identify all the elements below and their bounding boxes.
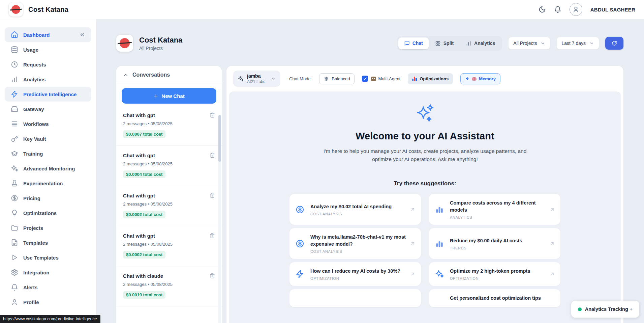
suggestion-card[interactable]: Compare costs across my 4 different mode…	[429, 194, 560, 225]
sidebar-item-experimentation[interactable]: Experimentation	[5, 176, 91, 191]
tab-chat[interactable]: Chat	[398, 37, 429, 49]
memory-button[interactable]: Memory	[460, 73, 500, 84]
main-content: Cost Katana All Projects Chat Split Anal…	[96, 19, 644, 323]
conversation-list-item[interactable]: Chat with gpt 2 messages • 05/08/2025 $0…	[116, 186, 222, 226]
trash-icon[interactable]	[210, 193, 215, 198]
arrow-up-right-icon	[549, 207, 555, 212]
model-selector[interactable]: jamba AI21 Labs	[233, 71, 280, 87]
notifications-bell-icon[interactable]	[554, 6, 561, 13]
chat-welcome-area: Welcome to your AI Assistant I'm here to…	[229, 91, 621, 323]
suggestion-card[interactable]: How can I reduce my AI costs by 30%? OPT…	[289, 262, 421, 286]
optimizations-button[interactable]: Optimizations	[408, 73, 453, 84]
new-chat-button[interactable]: New Chat	[122, 88, 216, 104]
suggestion-card[interactable]: Optimize my 2 high-token prompts OPTIMIZ…	[429, 262, 560, 286]
link-preview-statusbar: https://www.costkatana.com/predictive-in…	[0, 315, 100, 323]
sidebar-item-dashboard[interactable]: Dashboard	[5, 27, 91, 42]
key-icon	[11, 135, 18, 142]
suggestion-card[interactable]: Reduce my $0.00 daily AI costs TRENDS	[429, 228, 560, 259]
brand: Cost Katana	[9, 2, 68, 17]
graduation-cap-icon	[11, 150, 18, 157]
sidebar-item-workflows[interactable]: Workflows	[5, 116, 91, 131]
suggestion-card[interactable]: Why is meta.llama2-70b-chat-v1 my most e…	[289, 228, 421, 259]
dark-mode-moon-icon[interactable]	[539, 6, 546, 13]
view-tab-group: Chat Split Analytics	[397, 36, 502, 51]
conversation-meta: 2 messages • 05/08/2025	[123, 161, 215, 166]
user-name[interactable]: ABDUL SAGHEER	[590, 7, 635, 12]
app-logo	[9, 2, 23, 17]
zap-icon	[296, 270, 304, 278]
sidebar-item-pricing[interactable]: Pricing	[5, 191, 91, 206]
arrow-up-right-icon	[410, 271, 416, 277]
sidebar-item-alerts[interactable]: Alerts	[5, 280, 91, 295]
suggestion-card[interactable]: Analyze my $0.02 total AI spending COST …	[289, 194, 421, 225]
scrollbar-thumb[interactable]	[218, 115, 221, 162]
sidebar-item-templates[interactable]: Templates	[5, 235, 91, 250]
bar-chart-icon	[435, 205, 444, 214]
collapse-sidebar-icon[interactable]	[79, 32, 85, 38]
sidebar-item-analytics[interactable]: Analytics	[5, 72, 91, 87]
tab-split[interactable]: Split	[429, 37, 459, 49]
sidebar-item-advanced-monitoring[interactable]: Advanced Monitoring	[5, 161, 91, 176]
sidebar-item-projects[interactable]: Projects	[5, 220, 91, 235]
refresh-button[interactable]	[605, 37, 623, 50]
project-filter-select[interactable]: All Projects	[508, 37, 550, 50]
sidebar-item-requests[interactable]: Requests	[5, 57, 91, 72]
gear-icon	[11, 269, 18, 276]
analytics-tracking-badge[interactable]: Analytics Tracking +	[571, 301, 639, 318]
sidebar-item-key-vault[interactable]: Key Vault	[5, 131, 91, 146]
sidebar-item-integration[interactable]: Integration	[5, 265, 91, 280]
page-subtitle: All Projects	[139, 46, 182, 51]
welcome-title: Welcome to your AI Assistant	[356, 131, 494, 142]
sidebar-item-usage[interactable]: Usage	[5, 42, 91, 57]
arrow-up-right-icon	[549, 241, 555, 246]
user-icon	[11, 298, 18, 306]
bar-chart-icon	[435, 239, 444, 248]
conversations-panel: Conversations New Chat Chat with gpt 2 m…	[116, 66, 222, 323]
cost-badge: $0.0007 total cost	[123, 130, 165, 138]
chevron-down-icon	[540, 41, 545, 46]
sidebar-item-predictive-intelligence[interactable]: Predictive Intelligence	[5, 87, 91, 102]
arrow-up-right-icon	[410, 207, 416, 212]
conversation-list-item[interactable]: Chat with gpt 2 messages • 05/08/2025 $0…	[116, 226, 222, 266]
conversations-header: Conversations	[132, 72, 170, 78]
conversation-meta: 2 messages • 05/08/2025	[123, 242, 215, 247]
sidebar-item-optimizations[interactable]: Optimizations	[5, 206, 91, 220]
multi-agent-toggle[interactable]: Multi-Agent	[362, 76, 400, 82]
welcome-description: I'm here to help you manage your AI cost…	[322, 147, 528, 163]
chevron-down-icon	[271, 76, 276, 81]
conversation-list: Chat with gpt 2 messages • 05/08/2025 $0…	[116, 106, 222, 306]
bar-chart-icon	[466, 41, 471, 46]
zap-icon	[465, 77, 469, 81]
sparkles-icon	[11, 165, 18, 172]
sidebar-item-use-templates[interactable]: Use Templates	[5, 250, 91, 265]
sidebar-item-training[interactable]: Training	[5, 146, 91, 161]
checkbox-checked[interactable]	[362, 76, 368, 82]
brain-icon	[472, 77, 477, 81]
date-range-select[interactable]: Last 7 days	[556, 37, 599, 50]
page-title: Cost Katana	[139, 36, 182, 45]
trash-icon[interactable]	[210, 233, 215, 238]
conversation-list-item[interactable]: Chat with gpt 2 messages • 05/08/2025 $0…	[116, 106, 222, 146]
balanced-mode-button[interactable]: Balanced	[319, 73, 355, 84]
sidebar-item-profile[interactable]: Profile	[5, 295, 91, 309]
chevron-up-icon[interactable]	[123, 72, 128, 78]
model-name: jamba	[247, 73, 265, 79]
cost-badge: $0.0002 total cost	[123, 251, 165, 259]
avatar[interactable]	[570, 3, 582, 16]
suggestion-card[interactable]: Get personalized cost optimization tips	[429, 289, 560, 307]
conversation-list-item[interactable]: Chat with claude 2 messages • 05/08/2025…	[116, 266, 222, 306]
dollar-circle-icon	[296, 239, 304, 248]
chat-panel: jamba AI21 Labs Chat Mode: Balanced	[226, 66, 623, 323]
conversation-list-item[interactable]: Chat with gpt 2 messages • 05/08/2025 $0…	[116, 146, 222, 186]
cost-badge: $0.0002 total cost	[123, 211, 165, 218]
sidebar-item-gateway[interactable]: Gateway	[5, 102, 91, 116]
plus-icon	[153, 93, 158, 99]
trash-icon[interactable]	[210, 153, 215, 158]
home-icon	[11, 31, 18, 38]
suggestion-card[interactable]	[289, 289, 421, 307]
trash-icon[interactable]	[210, 273, 215, 278]
tab-analytics[interactable]: Analytics	[460, 37, 501, 49]
tracking-expand[interactable]: +	[630, 306, 633, 312]
cost-badge: $0.0019 total cost	[123, 291, 165, 299]
trash-icon[interactable]	[210, 112, 215, 118]
